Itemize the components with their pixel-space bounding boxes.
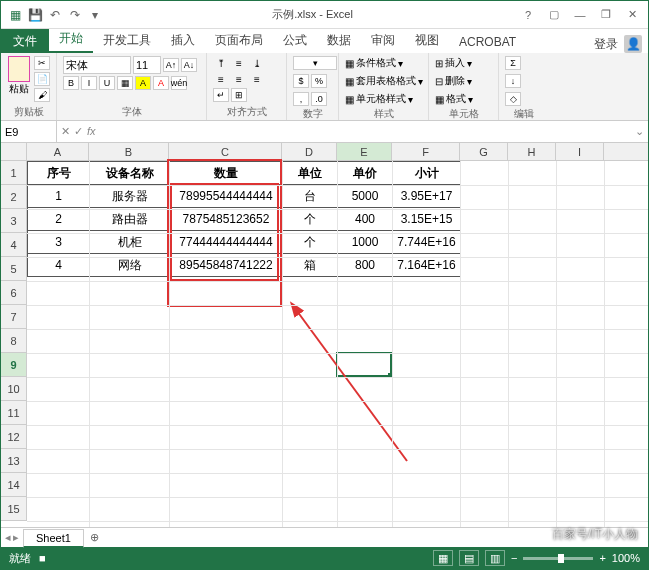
cell-r3-c3[interactable]: 7875485123652 xyxy=(170,208,283,231)
phonetic-icon[interactable]: wén xyxy=(171,76,187,90)
tab-developer[interactable]: 开发工具 xyxy=(93,28,161,53)
qat-more-icon[interactable]: ▾ xyxy=(87,7,103,23)
enter-formula-icon[interactable]: ✓ xyxy=(74,125,83,138)
format-painter-icon[interactable]: 🖌 xyxy=(34,88,50,102)
col-header-H[interactable]: H xyxy=(508,143,556,160)
name-box[interactable]: E9 xyxy=(1,121,57,142)
font-name-select[interactable] xyxy=(63,56,131,74)
comma-icon[interactable]: , xyxy=(293,92,309,106)
format-cells-button[interactable]: ▦ 格式 ▾ xyxy=(435,92,473,106)
paste-button[interactable]: 粘贴 xyxy=(7,56,30,96)
wrap-text-icon[interactable]: ↵ xyxy=(213,88,229,102)
login-link[interactable]: 登录 xyxy=(594,36,618,53)
col-header-E[interactable]: E xyxy=(337,143,392,160)
macro-record-icon[interactable]: ■ xyxy=(39,552,46,564)
header-price[interactable]: 单价 xyxy=(338,162,393,185)
border-icon[interactable]: ▦ xyxy=(117,76,133,90)
col-header-A[interactable]: A xyxy=(27,143,89,160)
align-center-icon[interactable]: ≡ xyxy=(231,72,247,86)
col-header-B[interactable]: B xyxy=(89,143,169,160)
header-total[interactable]: 小计 xyxy=(393,162,461,185)
cell-r2-c1[interactable]: 1 xyxy=(28,185,90,208)
header-qty[interactable]: 数量 xyxy=(170,162,283,185)
col-header-F[interactable]: F xyxy=(392,143,460,160)
tab-view[interactable]: 视图 xyxy=(405,28,449,53)
maximize-button[interactable]: ❐ xyxy=(594,5,618,25)
autosum-icon[interactable]: Σ xyxy=(505,56,521,70)
col-header-C[interactable]: C xyxy=(169,143,282,160)
row-header-5[interactable]: 5 xyxy=(1,257,26,281)
minimize-button[interactable]: — xyxy=(568,5,592,25)
zoom-out-button[interactable]: − xyxy=(511,552,517,564)
currency-icon[interactable]: $ xyxy=(293,74,309,88)
font-color-icon[interactable]: A xyxy=(153,76,169,90)
view-layout-icon[interactable]: ▤ xyxy=(459,550,479,566)
avatar-icon[interactable]: 👤 xyxy=(624,35,642,53)
insert-cells-button[interactable]: ⊞ 插入 ▾ xyxy=(435,56,472,70)
fx-icon[interactable]: fx xyxy=(87,125,96,138)
zoom-in-button[interactable]: + xyxy=(599,552,605,564)
col-header-I[interactable]: I xyxy=(556,143,604,160)
tab-home[interactable]: 开始 xyxy=(49,26,93,53)
header-unit[interactable]: 单位 xyxy=(283,162,338,185)
tab-formulas[interactable]: 公式 xyxy=(273,28,317,53)
row-header-6[interactable]: 6 xyxy=(1,281,26,305)
cell-styles-button[interactable]: ▦ 单元格样式 ▾ xyxy=(345,92,413,106)
tab-page-layout[interactable]: 页面布局 xyxy=(205,28,273,53)
tab-data[interactable]: 数据 xyxy=(317,28,361,53)
sheet-tab-active[interactable]: Sheet1 xyxy=(23,529,84,548)
cell-r2-c4[interactable]: 台 xyxy=(283,185,338,208)
cell-r2-c2[interactable]: 服务器 xyxy=(90,185,170,208)
underline-button[interactable]: U xyxy=(99,76,115,90)
cell-r3-c4[interactable]: 个 xyxy=(283,208,338,231)
row-header-2[interactable]: 2 xyxy=(1,185,26,209)
row-header-4[interactable]: 4 xyxy=(1,233,26,257)
decrease-font-icon[interactable]: A↓ xyxy=(181,58,197,72)
clear-icon[interactable]: ◇ xyxy=(505,92,521,106)
row-header-11[interactable]: 11 xyxy=(1,401,26,425)
row-header-14[interactable]: 14 xyxy=(1,473,26,497)
conditional-format-button[interactable]: ▦ 条件格式 ▾ xyxy=(345,56,403,70)
col-header-G[interactable]: G xyxy=(460,143,508,160)
delete-cells-button[interactable]: ⊟ 删除 ▾ xyxy=(435,74,472,88)
expand-formula-icon[interactable]: ⌄ xyxy=(630,125,648,138)
row-header-3[interactable]: 3 xyxy=(1,209,26,233)
redo-icon[interactable]: ↷ xyxy=(67,7,83,23)
zoom-slider[interactable] xyxy=(523,557,593,560)
decimal-icon[interactable]: .0 xyxy=(311,92,327,106)
view-break-icon[interactable]: ▥ xyxy=(485,550,505,566)
row-header-1[interactable]: 1 xyxy=(1,161,26,185)
merge-icon[interactable]: ⊞ xyxy=(231,88,247,102)
cell-r3-c6[interactable]: 3.15E+15 xyxy=(393,208,461,231)
cell-r3-c5[interactable]: 400 xyxy=(338,208,393,231)
increase-font-icon[interactable]: A↑ xyxy=(163,58,179,72)
cell-r3-c2[interactable]: 路由器 xyxy=(90,208,170,231)
col-header-D[interactable]: D xyxy=(282,143,337,160)
cells-area[interactable]: 序号 设备名称 数量 单位 单价 小计 1服务器78995544444444台5… xyxy=(27,161,648,527)
copy-icon[interactable]: 📄 xyxy=(34,72,50,86)
align-left-icon[interactable]: ≡ xyxy=(213,72,229,86)
header-seq[interactable]: 序号 xyxy=(28,162,90,185)
cut-icon[interactable]: ✂ xyxy=(34,56,50,70)
tab-review[interactable]: 审阅 xyxy=(361,28,405,53)
sheet-nav-first-icon[interactable]: ◂ xyxy=(5,531,11,544)
add-sheet-button[interactable]: ⊕ xyxy=(84,531,105,544)
header-name[interactable]: 设备名称 xyxy=(90,162,170,185)
fill-color-icon[interactable]: A xyxy=(135,76,151,90)
select-all-corner[interactable] xyxy=(1,143,27,161)
file-tab[interactable]: 文件 xyxy=(1,29,49,53)
tab-acrobat[interactable]: ACROBAT xyxy=(449,31,526,53)
cell-r3-c1[interactable]: 2 xyxy=(28,208,90,231)
bold-button[interactable]: B xyxy=(63,76,79,90)
cancel-formula-icon[interactable]: ✕ xyxy=(61,125,70,138)
row-header-15[interactable]: 15 xyxy=(1,497,26,521)
save-icon[interactable]: 💾 xyxy=(27,7,43,23)
zoom-level[interactable]: 100% xyxy=(612,552,640,564)
cell-r2-c3[interactable]: 78995544444444 xyxy=(170,185,283,208)
align-middle-icon[interactable]: ≡ xyxy=(231,56,247,70)
align-top-icon[interactable]: ⤒ xyxy=(213,56,229,70)
cell-r2-c6[interactable]: 3.95E+17 xyxy=(393,185,461,208)
cell-r2-c5[interactable]: 5000 xyxy=(338,185,393,208)
sheet-nav-last-icon[interactable]: ▸ xyxy=(13,531,19,544)
format-as-table-button[interactable]: ▦ 套用表格格式 ▾ xyxy=(345,74,423,88)
